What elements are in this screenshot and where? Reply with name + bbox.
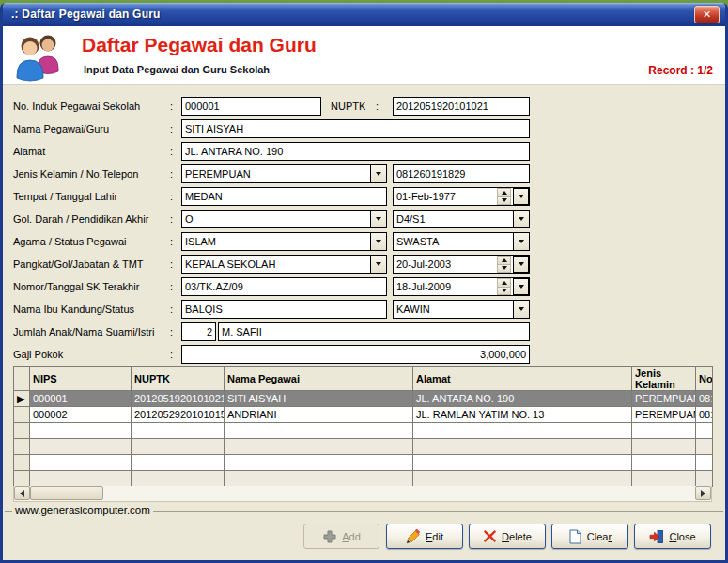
cell-no[interactable]: 081: [696, 391, 713, 407]
row-selector-cell[interactable]: [14, 407, 30, 423]
spin-down-button[interactable]: [497, 288, 511, 296]
title-bar[interactable]: .: Daftar Pegawai dan Guru ✕: [3, 3, 725, 26]
row-selector-header: [14, 367, 30, 391]
cell-alamat[interactable]: JL. RAMLAN YATIM NO. 13: [413, 407, 632, 423]
gaji-label: Gaji Pokok: [13, 349, 63, 360]
cell-nips[interactable]: 000001: [30, 391, 132, 407]
cell-nuptk[interactable]: 2012051920101021: [132, 391, 225, 407]
form-row-pangkat: Pangkat/Gol/Jabatan & TMT : KEPALA SEKOL…: [3, 255, 725, 274]
chevron-up-icon: [502, 281, 507, 285]
cell-nama[interactable]: SITI AISYAH: [225, 391, 413, 407]
chevron-down-icon: [519, 217, 524, 221]
cell-jenis-kelamin[interactable]: PEREMPUAN: [632, 407, 696, 423]
colon-separator: :: [170, 146, 173, 157]
chevron-down-icon: [502, 198, 507, 202]
jenis-kelamin-label: Jenis Kelamin / No.Telepon: [13, 168, 138, 180]
nama-pasangan-input[interactable]: [218, 322, 530, 341]
dropdown-button[interactable]: [513, 278, 529, 295]
gaji-input[interactable]: [181, 345, 530, 364]
dropdown-button[interactable]: [513, 188, 529, 205]
selected-value: PEREMPUAN: [182, 165, 370, 182]
page-title: Daftar Pegawai dan Guru: [82, 34, 317, 56]
dropdown-button[interactable]: [513, 301, 529, 318]
scroll-left-button[interactable]: [14, 486, 30, 500]
dropdown-button[interactable]: [513, 233, 529, 250]
alamat-input[interactable]: [181, 142, 530, 161]
form-row-goldarah: Gol. Darah / Pendidikan Akhir : O D4/S1: [3, 210, 725, 228]
cell-nuptk[interactable]: 2012052920101015: [132, 407, 225, 423]
spin-up-button[interactable]: [497, 188, 511, 197]
arrow-right-icon: [701, 490, 705, 497]
pendidikan-select[interactable]: D4/S1: [393, 210, 530, 228]
empty-table-row: [14, 439, 713, 455]
spin-up-button[interactable]: [497, 256, 511, 265]
dropdown-button[interactable]: [370, 165, 386, 182]
colon-separator: :: [170, 191, 173, 202]
dropdown-button[interactable]: [370, 211, 386, 227]
dropdown-button[interactable]: [370, 256, 386, 273]
empty-cell: [413, 423, 632, 439]
delete-button[interactable]: Delete: [469, 524, 546, 549]
add-button[interactable]: Add: [303, 524, 379, 549]
selected-value: SWASTA: [394, 233, 513, 250]
scroll-right-button[interactable]: [695, 486, 711, 500]
nip-input[interactable]: [181, 97, 321, 116]
column-header-nuptk: NUPTK: [132, 367, 225, 391]
clear-button[interactable]: Clear: [551, 524, 628, 549]
footer-groupbox: www.generasicomputer.com: [5, 511, 723, 512]
tempat-lahir-input[interactable]: [181, 187, 387, 206]
chevron-down-icon: [376, 217, 381, 221]
spin-down-button[interactable]: [497, 197, 511, 206]
scrollbar-thumb[interactable]: [30, 486, 103, 500]
tanggal-sk-picker[interactable]: 18-Jul-2009: [393, 277, 530, 296]
nuptk-input[interactable]: [393, 97, 530, 116]
close-button[interactable]: ✕: [694, 6, 720, 23]
jenis-kelamin-select[interactable]: PEREMPUAN: [181, 164, 387, 183]
table-horizontal-scrollbar[interactable]: [13, 486, 712, 502]
window-title: .: Daftar Pegawai dan Guru: [11, 8, 161, 21]
table-row: ▶ 000001 2012051920101021 SITI AISYAH JL…: [14, 391, 713, 407]
empty-cell: [225, 471, 413, 487]
goldarah-label: Gol. Darah / Pendidikan Akhir: [13, 213, 148, 225]
gol-darah-select[interactable]: O: [181, 210, 387, 228]
cell-nips[interactable]: 000002: [30, 407, 132, 423]
tmt-picker[interactable]: 20-Jul-2003: [393, 255, 530, 274]
telepon-input[interactable]: [393, 164, 530, 183]
dropdown-button[interactable]: [513, 211, 529, 227]
column-header-alamat: Alamat: [413, 367, 632, 391]
agama-select[interactable]: ISLAM: [181, 232, 387, 251]
form-row-jenis-kelamin: Jenis Kelamin / No.Telepon : PEREMPUAN: [3, 164, 725, 183]
cell-no[interactable]: 081: [696, 407, 713, 423]
empty-cell: [132, 439, 225, 455]
record-counter: Record : 1/2: [648, 64, 713, 77]
anak-label: Jumlah Anak/Nama Suami/Istri: [13, 326, 154, 337]
chevron-down-icon: [376, 262, 381, 266]
status-pegawai-select[interactable]: SWASTA: [393, 232, 530, 251]
empty-cell: [632, 423, 696, 439]
ibu-input[interactable]: [181, 300, 387, 319]
spin-up-button[interactable]: [497, 278, 511, 288]
jumlah-anak-input[interactable]: [181, 322, 216, 341]
close-window-button[interactable]: Close: [634, 524, 711, 549]
row-selector-cell: [14, 423, 30, 439]
nama-input[interactable]: [181, 119, 530, 138]
row-selector-cell[interactable]: ▶: [14, 391, 30, 407]
delete-x-icon: [483, 529, 497, 543]
status-kawin-select[interactable]: KAWIN: [393, 300, 530, 319]
nama-label: Nama Pegawai/Guru: [13, 123, 109, 134]
pangkat-select[interactable]: KEPALA SEKOLAH: [181, 255, 387, 274]
spin-down-button[interactable]: [497, 265, 511, 274]
employee-table: NIPS NUPTK Nama Pegawai Alamat Jenis Kel…: [13, 366, 712, 487]
edit-button[interactable]: Edit: [386, 524, 463, 549]
dropdown-button[interactable]: [513, 256, 529, 273]
nomor-sk-input[interactable]: [181, 277, 387, 296]
cell-jenis-kelamin[interactable]: PEREMPUAN: [632, 391, 696, 407]
row-selector-cell: [14, 471, 30, 487]
cell-nama[interactable]: ANDRIANI: [225, 407, 413, 423]
selected-value: O: [182, 211, 370, 227]
colon-separator: :: [170, 326, 173, 337]
dropdown-button[interactable]: [370, 233, 386, 250]
tanggal-lahir-picker[interactable]: 01-Feb-1977: [393, 187, 530, 206]
cell-alamat[interactable]: JL. ANTARA NO. 190: [413, 391, 632, 407]
colon-separator: :: [170, 236, 173, 247]
